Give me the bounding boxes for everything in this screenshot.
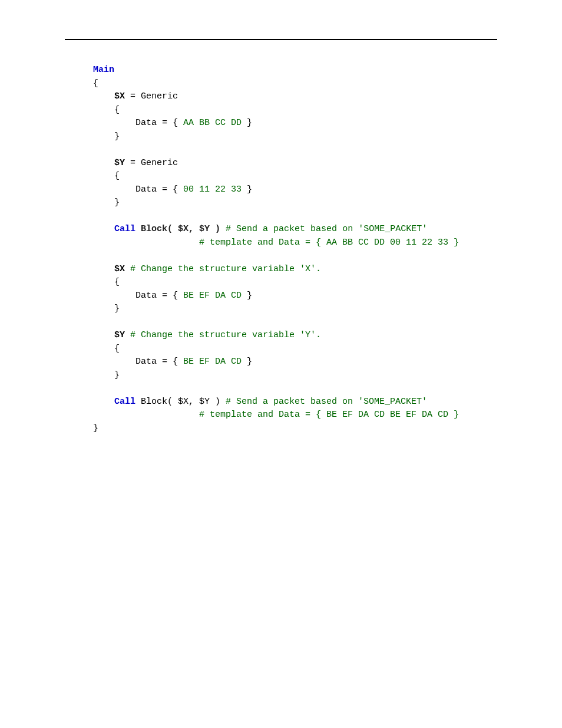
indent (93, 410, 199, 420)
text: = (125, 158, 141, 168)
keyword-call: Call (114, 397, 135, 407)
comment: # Change the structure variable 'X'. (130, 264, 321, 274)
comment: # Change the structure variable 'Y'. (130, 330, 321, 340)
brace-open: { (114, 171, 120, 181)
indent (93, 105, 114, 115)
data-eq: Data = (135, 357, 173, 367)
comment: # template and Data = { BE EF DA CD BE E… (199, 410, 459, 420)
data-eq: Data = (135, 118, 173, 128)
brace-open: { (114, 344, 120, 354)
code-block: Main { $X = Generic { Data = { AA BB CC … (93, 64, 497, 435)
indent (93, 304, 114, 314)
text: { (173, 118, 183, 128)
generic-kw: Generic (141, 158, 178, 168)
indent (93, 131, 114, 141)
brace-open: { (114, 105, 120, 115)
brace-open: { (114, 277, 120, 287)
indent (93, 197, 114, 207)
brace-close: } (93, 423, 98, 433)
var-x: $X (114, 264, 125, 274)
text: } (242, 291, 252, 301)
text: { (173, 357, 183, 367)
brace-close: } (114, 370, 120, 380)
indent (93, 357, 135, 367)
indent (93, 330, 114, 340)
brace-open: { (93, 78, 98, 88)
indent (93, 397, 114, 407)
indent (93, 291, 135, 301)
indent (93, 277, 114, 287)
indent (93, 171, 114, 181)
indent (93, 158, 114, 168)
call-expr: Block( $X, $Y ) (135, 397, 226, 407)
horizontal-rule (65, 39, 497, 40)
text: { (173, 185, 183, 195)
indent (93, 185, 135, 195)
indent (93, 238, 199, 248)
generic-kw: Generic (141, 91, 178, 101)
text: } (242, 357, 252, 367)
indent (93, 370, 114, 380)
text: } (242, 118, 252, 128)
text (125, 264, 130, 274)
keyword-main: Main (93, 65, 114, 75)
call-expr: Block( $X, $Y ) (141, 224, 220, 234)
literal: AA BB CC DD (183, 118, 242, 128)
brace-close: } (114, 304, 120, 314)
text: { (173, 291, 183, 301)
data-eq: Data = (135, 185, 173, 195)
text: = (125, 91, 141, 101)
comment: # Send a packet based on 'SOME_PACKET' (226, 397, 427, 407)
literal: BE EF DA CD (183, 357, 242, 367)
comment: # template and Data = { AA BB CC DD 00 1… (199, 238, 459, 248)
literal: 00 11 22 33 (183, 185, 242, 195)
brace-close: } (114, 131, 120, 141)
indent (93, 224, 114, 234)
text: } (242, 185, 252, 195)
text (220, 224, 226, 234)
indent (93, 344, 114, 354)
data-eq: Data = (135, 291, 173, 301)
text (135, 224, 141, 234)
var-x: $X (114, 91, 125, 101)
comment: # Send a packet based on 'SOME_PACKET' (226, 224, 427, 234)
var-y: $Y (114, 158, 125, 168)
var-y: $Y (114, 330, 125, 340)
keyword-call: Call (114, 224, 135, 234)
brace-close: } (114, 197, 120, 207)
indent (93, 91, 114, 101)
indent (93, 264, 114, 274)
page: Main { $X = Generic { Data = { AA BB CC … (0, 0, 562, 728)
text (125, 330, 130, 340)
literal: BE EF DA CD (183, 291, 242, 301)
indent (93, 118, 135, 128)
